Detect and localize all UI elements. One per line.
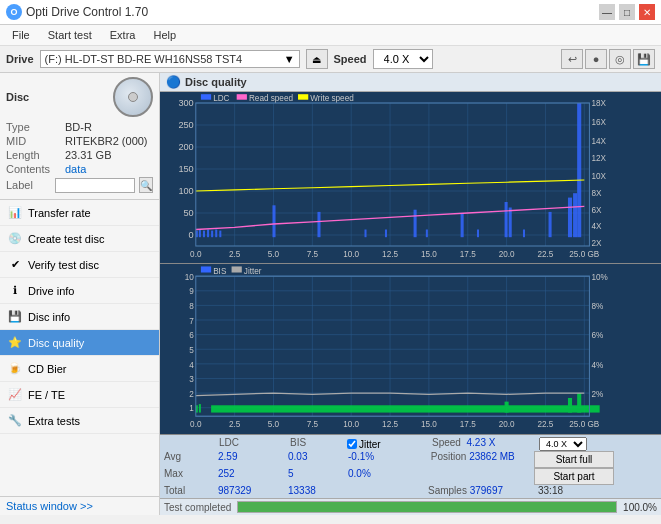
svg-rect-122 — [199, 404, 201, 413]
total-samples-label: Samples 379697 — [424, 485, 534, 496]
menu-bar: File Start test Extra Help — [0, 25, 661, 46]
disc-icon — [113, 77, 153, 117]
svg-rect-61 — [509, 208, 512, 238]
max-jitter: 0.0% — [344, 468, 424, 485]
disc-label-label: Label — [6, 179, 51, 191]
length-label: Length — [6, 149, 61, 161]
total-label: Total — [164, 485, 214, 496]
toolbar-btn-1[interactable]: ↩ — [561, 49, 583, 69]
total-jitter — [344, 485, 424, 496]
speed-display: 4.23 X — [466, 437, 495, 448]
disc-length-row: Length 23.31 GB — [6, 149, 153, 161]
svg-text:0.0: 0.0 — [190, 249, 202, 259]
sidebar-item-disc-info[interactable]: 💾 Disc info — [0, 304, 159, 330]
sidebar-item-create-test-disc[interactable]: 💿 Create test disc — [0, 226, 159, 252]
nav-items: 📊 Transfer rate 💿 Create test disc ✔ Ver… — [0, 200, 159, 496]
toolbar-btn-2[interactable]: ● — [585, 49, 607, 69]
svg-text:18X: 18X — [591, 98, 606, 108]
svg-text:150: 150 — [178, 163, 193, 174]
svg-text:8X: 8X — [591, 188, 601, 198]
sidebar-item-verify-test-disc[interactable]: ✔ Verify test disc — [0, 252, 159, 278]
title-bar: O Opti Drive Control 1.70 — □ ✕ — [0, 0, 661, 25]
svg-rect-65 — [573, 193, 577, 237]
total-ldc: 987329 — [214, 485, 284, 496]
extra-tests-icon: 🔧 — [8, 414, 22, 428]
menu-extra[interactable]: Extra — [102, 27, 144, 43]
nav-label-disc-quality: Disc quality — [28, 337, 84, 349]
menu-file[interactable]: File — [4, 27, 38, 43]
disc-contents-row: Contents data — [6, 163, 153, 175]
svg-rect-69 — [237, 94, 247, 100]
toolbar-btn-4[interactable]: 💾 — [633, 49, 655, 69]
dropdown-icon: ▼ — [284, 53, 295, 65]
chart2-svg: 10 9 8 7 6 5 4 3 2 1 10% 8% — [160, 264, 661, 435]
contents-label: Contents — [6, 163, 61, 175]
stat-bis-header: BIS — [286, 437, 346, 451]
stat-speed-header: Speed 4.23 X — [428, 437, 538, 451]
nav-label-drive-info: Drive info — [28, 285, 74, 297]
svg-text:6%: 6% — [591, 329, 603, 340]
svg-text:BIS: BIS — [213, 265, 226, 276]
svg-text:15.0: 15.0 — [421, 249, 437, 259]
menu-start-test[interactable]: Start test — [40, 27, 100, 43]
svg-text:5.0: 5.0 — [268, 249, 280, 259]
progress-bar-fill — [238, 502, 616, 512]
svg-text:6: 6 — [189, 329, 194, 340]
drive-info-icon: ℹ — [8, 284, 22, 298]
svg-text:17.5: 17.5 — [460, 249, 476, 259]
speed-select-stat[interactable]: 4.0 X — [539, 437, 587, 451]
fe-te-icon: 📈 — [8, 388, 22, 402]
svg-text:10%: 10% — [591, 271, 607, 282]
svg-text:4: 4 — [189, 358, 194, 369]
svg-text:0: 0 — [189, 229, 194, 240]
speed-select[interactable]: 4.0 X 2.0 X 6.0 X — [373, 49, 433, 69]
stats-header: LDC BIS Jitter Speed 4.23 X 4.0 X — [164, 437, 657, 451]
stat-jitter-header-wrap: Jitter — [347, 437, 427, 451]
length-value: 23.31 GB — [65, 149, 111, 161]
drive-selector[interactable]: (F:) HL-DT-ST BD-RE WH16NS58 TST4 ▼ — [40, 50, 300, 68]
eject-button[interactable]: ⏏ — [306, 49, 328, 69]
sidebar-item-transfer-rate[interactable]: 📊 Transfer rate — [0, 200, 159, 226]
progress-bar-wrap — [237, 501, 617, 513]
jitter-checkbox[interactable] — [347, 439, 357, 449]
start-part-button[interactable]: Start part — [534, 468, 614, 485]
type-label: Type — [6, 121, 61, 133]
svg-text:4X: 4X — [591, 221, 601, 231]
svg-text:16X: 16X — [591, 117, 606, 127]
close-button[interactable]: ✕ — [639, 4, 655, 20]
svg-text:8%: 8% — [591, 300, 603, 311]
svg-text:250: 250 — [178, 119, 193, 130]
svg-text:2%: 2% — [591, 388, 603, 399]
sidebar-item-drive-info[interactable]: ℹ Drive info — [0, 278, 159, 304]
svg-text:5.0: 5.0 — [268, 418, 279, 429]
drive-bar: Drive (F:) HL-DT-ST BD-RE WH16NS58 TST4 … — [0, 46, 661, 73]
app-title: Opti Drive Control 1.70 — [26, 5, 148, 19]
disc-title: Disc — [6, 91, 29, 103]
menu-help[interactable]: Help — [145, 27, 184, 43]
stat-empty2: 4.0 X — [539, 437, 619, 451]
maximize-button[interactable]: □ — [619, 4, 635, 20]
sidebar-item-cd-bier[interactable]: 🍺 CD Bier — [0, 356, 159, 382]
stat-ldc-header: LDC — [215, 437, 285, 451]
svg-text:50: 50 — [184, 207, 194, 218]
minimize-button[interactable]: — — [599, 4, 615, 20]
total-samples-val: 379697 — [470, 485, 503, 496]
contents-value: data — [65, 163, 86, 175]
svg-rect-125 — [568, 397, 572, 412]
main-content: Disc Type BD-R MID RITEKBR2 (000) Length… — [0, 73, 661, 515]
status-window-link[interactable]: Status window >> — [6, 500, 93, 512]
svg-text:2: 2 — [189, 388, 194, 399]
create-test-disc-icon: 💿 — [8, 232, 22, 246]
svg-text:25.0 GB: 25.0 GB — [569, 418, 599, 429]
disc-type-row: Type BD-R — [6, 121, 153, 133]
toolbar-btn-3[interactable]: ◎ — [609, 49, 631, 69]
svg-text:0.0: 0.0 — [190, 418, 201, 429]
disc-info-icon: 💾 — [8, 310, 22, 324]
label-search-button[interactable]: 🔍 — [139, 177, 153, 193]
svg-rect-58 — [461, 213, 464, 237]
sidebar-item-extra-tests[interactable]: 🔧 Extra tests — [0, 408, 159, 434]
sidebar-item-fe-te[interactable]: 📈 FE / TE — [0, 382, 159, 408]
label-input[interactable] — [55, 178, 135, 193]
sidebar-item-disc-quality[interactable]: ⭐ Disc quality — [0, 330, 159, 356]
start-full-button[interactable]: Start full — [534, 451, 614, 468]
